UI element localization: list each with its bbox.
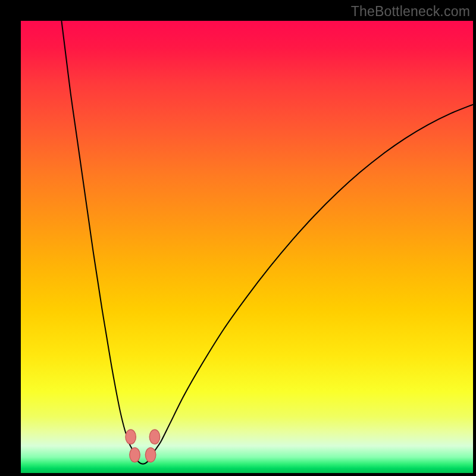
curve-marker bbox=[149, 430, 159, 444]
curve-marker bbox=[126, 430, 136, 444]
curve-marker bbox=[130, 447, 140, 462]
bottleneck-curve bbox=[61, 21, 473, 464]
curve-marker bbox=[145, 447, 155, 462]
watermark-text: TheBottleneck.com bbox=[351, 4, 470, 20]
chart-plot-area bbox=[21, 21, 473, 473]
chart-frame: TheBottleneck.com bbox=[0, 0, 476, 476]
chart-svg bbox=[21, 21, 473, 473]
